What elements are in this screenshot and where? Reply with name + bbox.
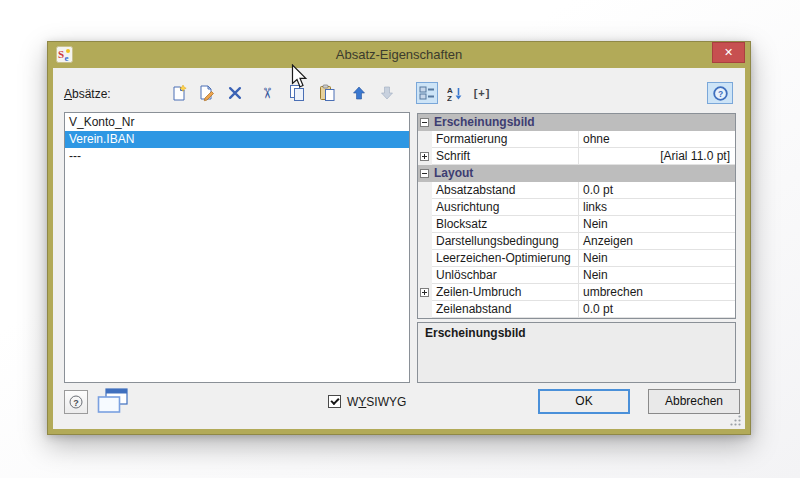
category-label: Erscheinungsbild [434,114,535,131]
expand-all-icon: [+] [474,87,491,99]
property-row[interactable]: Schrift [Arial 11.0 pt] [418,148,735,165]
close-icon: ✕ [724,46,733,58]
arrow-cursor-icon [291,64,308,89]
move-down-button [376,82,398,104]
property-row[interactable]: Formatierung ohne [418,131,735,148]
property-name[interactable]: Zeilenabstand [432,301,579,318]
context-help-button[interactable]: ? [64,390,88,414]
property-name[interactable]: Darstellungsbedingung [432,233,579,250]
property-name[interactable]: Ausrichtung [432,199,579,216]
edit-document-icon [198,84,216,102]
absaetze-label: Absätze: [64,87,111,101]
property-row[interactable]: Zeilen-Umbruch umbrechen [418,284,735,301]
property-help-button[interactable]: ? [707,82,733,104]
property-value[interactable]: umbrechen [579,284,735,301]
property-grid[interactable]: Erscheinungsbild Formatierung ohne Schri… [417,113,736,319]
property-value[interactable]: Nein [579,216,735,233]
svg-text:?: ? [73,398,79,408]
paragraph-listbox[interactable]: V_Konto_Nr Verein.IBAN --- [64,112,410,383]
delete-x-icon [227,85,243,101]
resize-grip-icon [729,414,742,427]
category-row[interactable]: Erscheinungsbild [418,114,735,131]
row-margin [418,199,432,216]
cascade-windows-icon [97,388,129,414]
description-title: Erscheinungsbild [425,326,526,340]
property-name[interactable]: Zeilen-Umbruch [432,284,579,301]
property-value[interactable]: ohne [579,131,735,148]
row-margin [418,301,432,318]
property-value[interactable]: Nein [579,250,735,267]
question-mark-icon: ? [68,394,84,410]
property-value[interactable]: 0.0 pt [579,182,735,199]
arrow-up-icon [350,84,368,102]
property-row[interactable]: Blocksatz Nein [418,216,735,233]
property-value[interactable]: Nein [579,267,735,284]
mouse-cursor [291,64,308,92]
sort-az-icon: A Z [447,85,464,102]
wysiwyg-checkbox[interactable] [328,395,341,408]
preview-windows-button[interactable] [95,387,131,415]
cut-button[interactable]: ✂ [256,82,278,104]
property-value[interactable]: [Arial 11.0 pt] [579,148,735,165]
property-row[interactable]: Darstellungsbedingung Anzeigen [418,233,735,250]
expand-all-button[interactable]: [+] [469,82,495,104]
paste-clipboard-icon [318,84,336,102]
cancel-button[interactable]: Abbrechen [648,389,740,414]
property-name[interactable]: Schrift [432,148,579,165]
list-item[interactable]: V_Konto_Nr [65,114,409,131]
collapse-box-icon[interactable] [420,118,429,127]
property-row[interactable]: Zeilenabstand 0.0 pt [418,301,735,318]
delete-paragraph-button[interactable] [224,82,246,104]
row-margin [418,233,432,250]
dialog-absatz-eigenschaften: S e Absatz-Eigenschaften ✕ Absätze: [47,41,751,435]
svg-text:Z: Z [447,94,452,102]
list-item[interactable]: --- [65,148,409,165]
property-name[interactable]: Blocksatz [432,216,579,233]
scissors-icon: ✂ [259,87,274,100]
expand-box-icon[interactable] [420,152,429,161]
collapse-box-icon[interactable] [420,169,429,178]
category-row[interactable]: Layout [418,165,735,182]
titlebar[interactable]: S e Absatz-Eigenschaften ✕ [48,42,750,68]
edit-paragraph-button[interactable] [196,82,218,104]
property-value[interactable]: links [579,199,735,216]
move-up-button[interactable] [348,82,370,104]
desktop: S e Absatz-Eigenschaften ✕ Absätze: [0,0,800,478]
property-row[interactable]: Unlöschbar Nein [418,267,735,284]
property-name[interactable]: Formatierung [432,131,579,148]
expand-box-icon[interactable] [420,288,429,297]
row-margin [418,182,432,199]
new-document-icon [170,84,188,102]
list-item-selected[interactable]: Verein.IBAN [65,131,409,148]
property-row[interactable]: Ausrichtung links [418,199,735,216]
wysiwyg-label[interactable]: WYSIWYG [347,395,406,409]
window-title: Absatz-Eigenschaften [48,42,750,68]
property-name[interactable]: Leerzeichen-Optimierung [432,250,579,267]
property-description-pane: Erscheinungsbild [417,322,736,383]
categorized-view-button[interactable] [416,82,438,104]
help-circle-icon: ? [712,85,729,102]
property-value[interactable]: Anzeigen [579,233,735,250]
property-row[interactable]: Absatzabstand 0.0 pt [418,182,735,199]
property-name[interactable]: Unlöschbar [432,267,579,284]
close-button[interactable]: ✕ [712,42,745,63]
paste-button[interactable] [316,82,338,104]
categorized-icon [419,85,435,101]
row-margin [418,250,432,267]
ok-button[interactable]: OK [538,389,630,414]
new-paragraph-button[interactable] [168,82,190,104]
property-name[interactable]: Absatzabstand [432,182,579,199]
row-margin [418,131,432,148]
resize-grip[interactable] [729,414,742,427]
row-margin [418,267,432,284]
property-value[interactable]: 0.0 pt [579,301,735,318]
property-row[interactable]: Leerzeichen-Optimierung Nein [418,250,735,267]
row-margin [418,216,432,233]
alphabetical-sort-button[interactable]: A Z [444,82,466,104]
arrow-down-icon [378,84,396,102]
svg-text:?: ? [717,88,722,98]
category-label: Layout [434,165,473,182]
dialog-client-area: Absätze: [53,68,745,429]
